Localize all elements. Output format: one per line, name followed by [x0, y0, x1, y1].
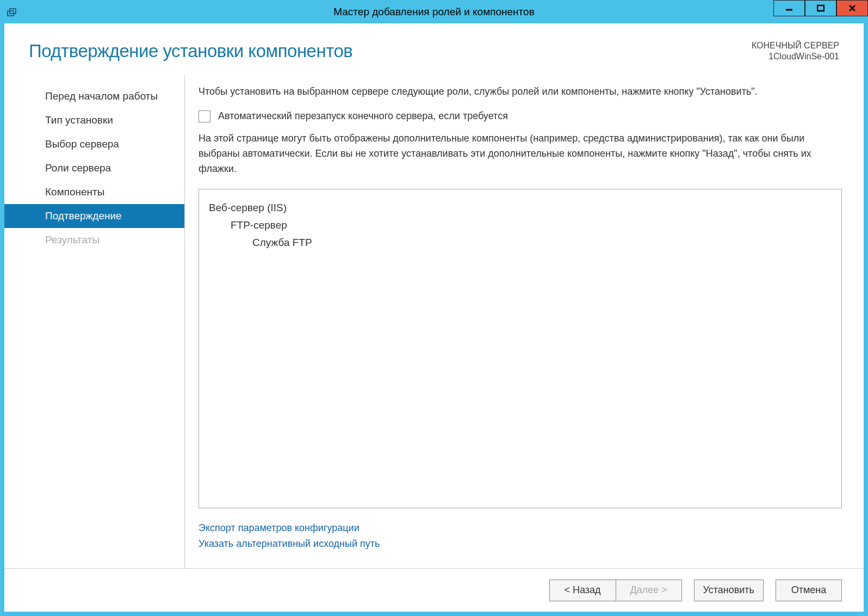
button-label: Установить — [703, 584, 754, 596]
footer-bar: < Назад Далее > Установить Отмена — [4, 568, 864, 612]
sidebar-item-install-type[interactable]: Тип установки — [4, 108, 184, 132]
nav-button-group: < Назад Далее > — [549, 580, 682, 601]
nav-label: Роли сервера — [45, 162, 111, 174]
alt-source-path-link[interactable]: Указать альтернативный исходный путь — [199, 536, 842, 552]
main-panel: Чтобы установить на выбранном сервере сл… — [185, 75, 864, 568]
tree-item: Веб-сервер (IIS) — [209, 199, 832, 217]
sidebar-item-confirmation[interactable]: Подтверждение — [4, 204, 184, 228]
info-text: На этой странице могут быть отображены д… — [199, 131, 842, 177]
nav-label: Выбор сервера — [45, 138, 119, 150]
destination-server-label: КОНЕЧНЫЙ СЕРВЕР — [752, 41, 839, 51]
maximize-button[interactable] — [805, 0, 836, 16]
button-label: Далее > — [630, 584, 667, 596]
server-info: КОНЕЧНЫЙ СЕРВЕР 1CloudWinSe-001 — [752, 41, 839, 61]
window-controls — [773, 0, 868, 16]
instruction-text: Чтобы установить на выбранном сервере сл… — [199, 84, 842, 100]
wizard-window: Мастер добавления ролей и компонентов По… — [0, 0, 868, 616]
auto-restart-label: Автоматический перезапуск конечного серв… — [218, 110, 508, 122]
sidebar-item-server-selection[interactable]: Выбор сервера — [4, 132, 184, 156]
header-section: Подтверждение установки компонентов КОНЕ… — [4, 23, 864, 75]
button-label: < Назад — [564, 584, 600, 596]
button-label: Отмена — [791, 584, 827, 596]
nav-label: Компоненты — [45, 186, 104, 198]
export-config-link[interactable]: Экспорт параметров конфигурации — [199, 520, 842, 536]
close-button[interactable] — [836, 0, 868, 16]
nav-label: Подтверждение — [45, 210, 122, 221]
content-area: Подтверждение установки компонентов КОНЕ… — [4, 23, 864, 612]
app-icon — [5, 5, 18, 19]
install-button[interactable]: Установить — [694, 580, 764, 601]
auto-restart-checkbox[interactable] — [199, 110, 210, 122]
sidebar-item-before-begin[interactable]: Перед началом работы — [4, 84, 184, 108]
destination-server-name: 1CloudWinSe-001 — [752, 52, 839, 61]
page-title: Подтверждение установки компонентов — [29, 41, 352, 61]
components-list[interactable]: Веб-сервер (IIS) FTP-сервер Служба FTP — [199, 189, 842, 509]
auto-restart-row: Автоматический перезапуск конечного серв… — [199, 110, 842, 122]
nav-label: Перед началом работы — [45, 90, 158, 102]
svg-rect-3 — [817, 5, 824, 11]
next-button: Далее > — [616, 580, 682, 601]
tree-item: FTP-сервер — [209, 217, 832, 234]
nav-label: Результаты — [45, 234, 100, 245]
back-button[interactable]: < Назад — [549, 580, 616, 601]
sidebar-item-server-roles[interactable]: Роли сервера — [4, 156, 184, 180]
link-section: Экспорт параметров конфигурации Указать … — [199, 520, 842, 552]
window-title: Мастер добавления ролей и компонентов — [333, 6, 535, 18]
wizard-sidebar: Перед началом работы Тип установки Выбор… — [4, 75, 185, 568]
minimize-button[interactable] — [773, 0, 805, 16]
cancel-button[interactable]: Отмена — [776, 580, 842, 601]
nav-label: Тип установки — [45, 114, 113, 126]
main-body: Перед началом работы Тип установки Выбор… — [4, 75, 864, 568]
sidebar-item-features[interactable]: Компоненты — [4, 180, 184, 204]
titlebar[interactable]: Мастер добавления ролей и компонентов — [0, 0, 868, 23]
tree-item: Служба FTP — [209, 234, 832, 251]
sidebar-item-results: Результаты — [4, 228, 184, 252]
